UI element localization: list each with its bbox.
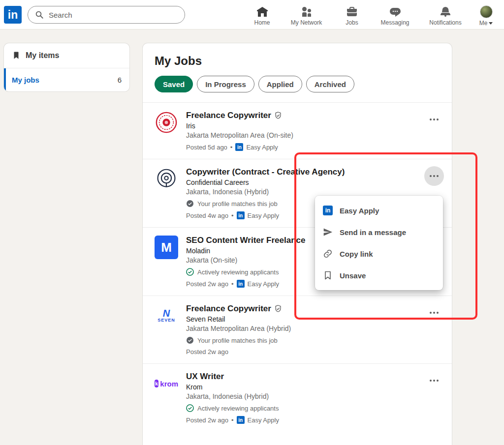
menu-item-label: Unsave: [340, 271, 366, 280]
top-navbar: in Home My Network Jobs Messaging: [0, 0, 504, 30]
separator: •: [230, 144, 233, 151]
krom-logo-text: krom: [160, 380, 178, 388]
avatar: [480, 5, 493, 18]
job-posted-line: Posted 5d ago • in Easy Apply: [186, 143, 293, 151]
primary-navigation: Home My Network Jobs Messaging Notificat…: [244, 0, 500, 30]
job-title[interactable]: Copywriter (Contract - Creative Agency): [186, 167, 345, 177]
linkedin-logo[interactable]: in: [4, 6, 22, 24]
filter-saved[interactable]: Saved: [155, 76, 193, 92]
job-company: Seven Retail: [186, 315, 291, 323]
menu-item-copy-link[interactable]: Copy link: [315, 243, 443, 265]
nav-notifications[interactable]: Notifications: [418, 0, 472, 30]
job-company: Moladin: [186, 247, 305, 255]
company-logo-iris[interactable]: [155, 111, 178, 134]
company-logo-seven-retail[interactable]: N SEVEN: [155, 304, 178, 327]
linkedin-my-jobs-page: in Home My Network Jobs Messaging: [0, 0, 504, 445]
job-info: UX Writer Krom Jakarta, Indonesia (Hybri…: [186, 372, 279, 424]
filter-applied[interactable]: Applied: [258, 76, 302, 92]
job-overflow-button-active[interactable]: [424, 166, 444, 186]
separator: •: [231, 212, 234, 219]
menu-item-label: Easy Apply: [340, 207, 379, 215]
posted-text: Posted 2w ago: [186, 348, 228, 356]
job-row: k krom UX Writer Krom Jakarta, Indonesia…: [143, 363, 452, 432]
bookmark-outline-icon: [323, 270, 333, 280]
nav-me[interactable]: Me: [472, 0, 500, 30]
my-jobs-count: 6: [118, 76, 122, 84]
menu-item-label: Send in a message: [340, 228, 406, 237]
sidebar-item-my-jobs[interactable]: My jobs 6: [4, 68, 129, 91]
messaging-icon: [389, 6, 401, 18]
posted-text: Posted 4w ago: [186, 212, 228, 219]
nav-messaging[interactable]: Messaging: [372, 0, 418, 30]
nav-home-label: Home: [254, 19, 270, 26]
easy-apply-text: Easy Apply: [248, 416, 279, 424]
posted-text: Posted 2w ago: [186, 416, 228, 424]
job-company: Iris: [186, 122, 293, 130]
company-logo-moladin[interactable]: M: [155, 236, 178, 259]
nav-my-network[interactable]: My Network: [281, 0, 332, 30]
job-info: Freelance Copywriter Seven Retail Jakart…: [186, 304, 291, 356]
my-jobs-label: My jobs: [12, 76, 39, 84]
job-overflow-button[interactable]: [424, 303, 444, 323]
nav-notifications-label: Notifications: [429, 19, 461, 26]
job-insight-line: Your profile matches this job: [186, 336, 291, 344]
link-icon: [323, 249, 333, 259]
notifications-bell-icon: [440, 6, 451, 18]
job-location: Jakarta Metropolitan Area (Hybrid): [186, 325, 291, 332]
job-company: Confidential Careers: [186, 178, 345, 186]
job-company: Krom: [186, 383, 279, 391]
job-title[interactable]: SEO Content Writer Freelance: [186, 236, 305, 245]
ellipsis-icon: [429, 114, 440, 125]
easy-apply-text: Easy Apply: [248, 280, 279, 288]
moladin-logo-letter: M: [161, 240, 172, 255]
my-network-icon: [301, 6, 313, 18]
menu-item-send-in-message[interactable]: Send in a message: [315, 221, 443, 243]
seven-logo-mark: N: [163, 309, 170, 318]
krom-logo-mark: k: [155, 380, 158, 387]
posted-text: Posted 5d ago: [186, 144, 227, 151]
filter-in-progress[interactable]: In Progress: [197, 76, 254, 92]
job-info: SEO Content Writer Freelance Moladin Jak…: [186, 236, 305, 288]
job-posted-line: Posted 2w ago • in Easy Apply: [186, 416, 279, 424]
menu-item-unsave[interactable]: Unsave: [315, 265, 443, 286]
job-location: Jakarta, Indonesia (Hybrid): [186, 188, 345, 196]
job-insight-line: Actively reviewing applicants: [186, 404, 279, 412]
job-title[interactable]: Freelance Copywriter: [186, 304, 271, 314]
easy-apply-linkedin-icon: in: [237, 416, 245, 424]
seven-logo-text: SEVEN: [158, 318, 175, 323]
verified-icon: [274, 305, 282, 313]
job-posted-line: Posted 2w ago: [186, 348, 291, 356]
nav-jobs[interactable]: Jobs: [332, 0, 372, 30]
caret-down-icon: [489, 22, 493, 25]
filter-archived[interactable]: Archived: [306, 76, 354, 92]
company-logo-krom[interactable]: k krom: [155, 372, 178, 395]
insight-text: Your profile matches this job: [197, 337, 278, 344]
easy-apply-linkedin-icon: in: [237, 211, 245, 219]
job-title[interactable]: Freelance Copywriter: [186, 111, 271, 120]
actively-reviewing-icon: [186, 404, 194, 412]
menu-item-easy-apply[interactable]: in Easy Apply: [315, 200, 443, 221]
filter-pills: Saved In Progress Applied Archived: [143, 68, 452, 102]
verified-icon: [274, 112, 282, 119]
profile-match-icon: [186, 200, 194, 208]
job-row: N SEVEN Freelance Copywriter Seven Retai…: [143, 296, 452, 363]
job-row: Freelance Copywriter Iris Jakarta Metrop…: [143, 102, 452, 159]
my-items-title: My items: [26, 51, 59, 60]
profile-match-icon: [186, 336, 194, 344]
search-input[interactable]: [28, 6, 185, 24]
ellipsis-icon: [429, 375, 440, 386]
job-title[interactable]: UX Writer: [186, 372, 224, 382]
company-logo-confidential-careers[interactable]: [155, 167, 178, 191]
job-overflow-button[interactable]: [424, 110, 444, 129]
job-location: Jakarta Metropolitan Area (On-site): [186, 131, 293, 139]
nav-home[interactable]: Home: [244, 0, 281, 30]
confidential-careers-logo-icon: [156, 168, 177, 190]
insight-text: Your profile matches this job: [197, 200, 278, 208]
job-location: Jakarta, Indonesia (Hybrid): [186, 392, 279, 400]
send-icon: [323, 227, 333, 237]
easy-apply-text: Easy Apply: [248, 212, 279, 219]
job-context-menu: in Easy Apply Send in a message Copy lin…: [315, 196, 443, 290]
jobs-icon: [346, 6, 358, 18]
job-overflow-button[interactable]: [424, 371, 444, 390]
job-insight-line: Actively reviewing applicants: [186, 268, 305, 276]
